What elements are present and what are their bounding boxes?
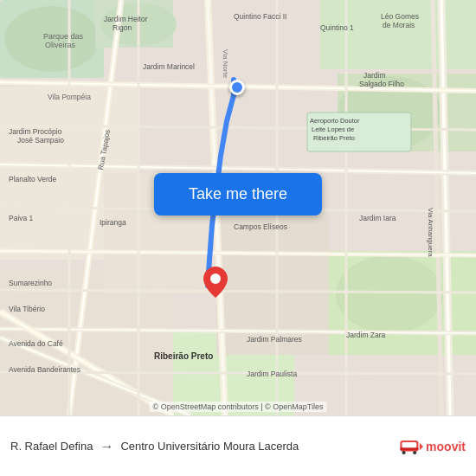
svg-text:Via Anhanguera: Via Anhanguera bbox=[427, 208, 434, 257]
svg-rect-87 bbox=[401, 447, 419, 450]
svg-text:Aeroporto Doutor: Aeroporto Doutor bbox=[310, 117, 360, 125]
svg-text:Via Norte: Via Norte bbox=[222, 49, 229, 79]
svg-text:Avenida Bandeirantes: Avenida Bandeirantes bbox=[9, 365, 80, 374]
svg-text:Jardim Palmares: Jardim Palmares bbox=[247, 335, 302, 344]
destination-marker bbox=[203, 267, 228, 301]
moovit-icon bbox=[399, 438, 423, 455]
svg-point-10 bbox=[336, 255, 443, 333]
svg-text:Vila Tibério: Vila Tibério bbox=[9, 305, 45, 313]
svg-text:Léo Gomes: Léo Gomes bbox=[381, 12, 419, 21]
svg-text:Campos Elíseos: Campos Elíseos bbox=[234, 222, 287, 231]
svg-text:Ipiranga: Ipiranga bbox=[100, 218, 126, 227]
svg-text:Jardim Paulista: Jardim Paulista bbox=[247, 370, 297, 378]
take-me-there-button[interactable]: Take me there bbox=[154, 173, 322, 215]
svg-rect-84 bbox=[402, 442, 417, 447]
route-to-label: Centro Universitário Moura Lacerda bbox=[120, 440, 299, 453]
svg-text:Ribeirão Preto: Ribeirão Preto bbox=[313, 134, 355, 142]
svg-text:Oliveiras: Oliveiras bbox=[45, 41, 76, 49]
svg-text:Ribeirão Preto: Ribeirão Preto bbox=[154, 351, 213, 361]
svg-text:Quintino 1: Quintino 1 bbox=[320, 23, 354, 32]
svg-marker-88 bbox=[420, 442, 423, 449]
svg-text:Jardim Marincel: Jardim Marincel bbox=[143, 62, 195, 71]
origin-marker bbox=[229, 80, 245, 95]
svg-point-86 bbox=[413, 450, 416, 453]
bottom-bar: R. Rafael Defina → Centro Universitário … bbox=[0, 415, 476, 476]
svg-text:Salgado Filho: Salgado Filho bbox=[359, 80, 404, 88]
route-from-label: R. Rafael Defina bbox=[10, 440, 93, 453]
svg-text:José Sampaio: José Sampaio bbox=[17, 136, 64, 145]
svg-text:Quintino Facci II: Quintino Facci II bbox=[234, 12, 286, 21]
svg-point-85 bbox=[402, 450, 406, 453]
svg-text:Leite Lopes de: Leite Lopes de bbox=[312, 125, 354, 133]
svg-text:Rigon: Rigon bbox=[113, 23, 132, 32]
svg-rect-15 bbox=[216, 216, 329, 355]
svg-text:Planalto Verde: Planalto Verde bbox=[9, 175, 57, 183]
svg-text:Jardim Iara: Jardim Iara bbox=[359, 214, 396, 222]
svg-text:Vila Pompéia: Vila Pompéia bbox=[48, 93, 91, 101]
svg-point-82 bbox=[210, 273, 221, 284]
svg-text:de Morais: de Morais bbox=[383, 21, 415, 29]
map-attribution: © OpenStreetMap contributors | © OpenMap… bbox=[150, 402, 327, 412]
svg-text:Jardim Zara: Jardim Zara bbox=[346, 331, 386, 339]
svg-text:Jardim Heitor: Jardim Heitor bbox=[104, 15, 148, 23]
route-arrow-icon: → bbox=[100, 439, 113, 454]
svg-text:Parque das: Parque das bbox=[43, 32, 84, 41]
svg-text:Sumarezinho: Sumarezinho bbox=[9, 279, 52, 287]
svg-rect-6 bbox=[320, 0, 476, 69]
svg-text:Avenida do Café: Avenida do Café bbox=[9, 339, 63, 348]
svg-text:Jardim: Jardim bbox=[363, 71, 386, 80]
svg-text:Jardim Procópio: Jardim Procópio bbox=[9, 127, 62, 136]
svg-text:Paiva 1: Paiva 1 bbox=[9, 214, 34, 222]
moovit-logo: moovit bbox=[399, 438, 466, 455]
map-container: Parque das Oliveiras Jardim Heitor Rigon… bbox=[0, 0, 476, 415]
moovit-brand-text: moovit bbox=[426, 440, 466, 453]
